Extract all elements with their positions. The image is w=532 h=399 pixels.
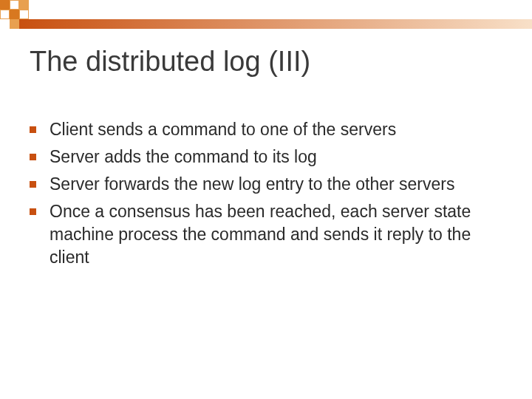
decor-square: [0, 10, 10, 19]
bullet-text: Server forwards the new log entry to the…: [50, 173, 454, 196]
bullet-icon: [30, 208, 36, 215]
top-decoration: [0, 0, 532, 31]
list-item: Once a consensus has been reached, each …: [30, 200, 502, 269]
slide-title: The distributed log (III): [30, 46, 310, 78]
list-item: Server adds the command to its log: [30, 146, 502, 168]
decor-square: [19, 0, 29, 10]
bullet-text: Client sends a command to one of the ser…: [50, 118, 396, 141]
decor-square: [10, 0, 19, 10]
slide-content: Client sends a command to one of the ser…: [30, 118, 502, 273]
bullet-icon: [30, 181, 36, 188]
list-item: Client sends a command to one of the ser…: [30, 118, 502, 141]
list-item: Server forwards the new log entry to the…: [30, 173, 502, 196]
decor-square: [10, 19, 19, 29]
bullet-icon: [30, 154, 36, 160]
decor-square: [0, 0, 10, 10]
decor-square: [10, 10, 19, 19]
bullet-text: Once a consensus has been reached, each …: [50, 200, 502, 269]
decor-square: [19, 10, 29, 19]
bullet-text: Server adds the command to its log: [50, 146, 317, 168]
bullet-icon: [30, 126, 36, 133]
gradient-bar: [19, 19, 532, 29]
